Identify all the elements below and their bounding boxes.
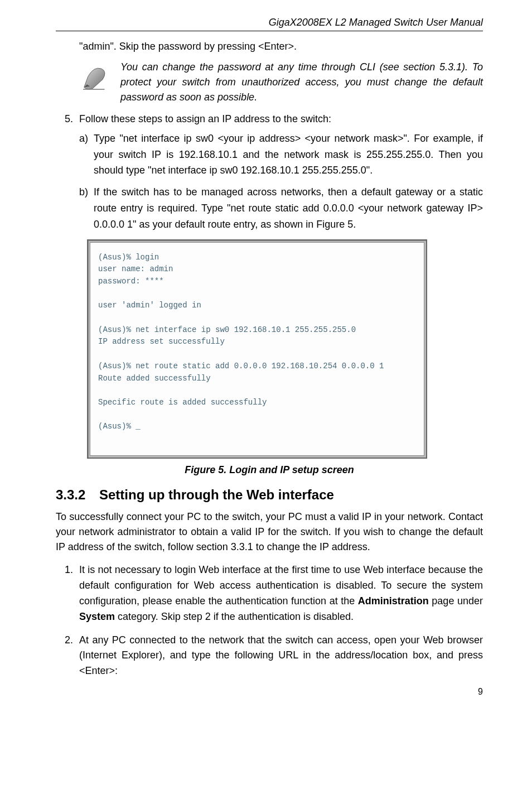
system-label: System bbox=[79, 611, 115, 622]
step-5b: If the switch has to be managed across n… bbox=[79, 184, 483, 232]
section-heading: 3.3.2Setting up through the Web interfac… bbox=[56, 487, 483, 503]
section-intro-paragraph: To successfully connect your PC to the s… bbox=[56, 509, 483, 555]
terminal-frame: (Asus)% login user name: admin password:… bbox=[87, 239, 427, 459]
page-number: 9 bbox=[56, 687, 483, 697]
web-step-1: It is not necessary to login Web interfa… bbox=[65, 562, 483, 625]
section-title: Setting up through the Web interface bbox=[99, 487, 334, 502]
step-5: Follow these steps to assign an IP addre… bbox=[65, 112, 483, 233]
procedure-list: Follow these steps to assign an IP addre… bbox=[65, 112, 483, 233]
step-5a: Type "net interface ip sw0 <your ip addr… bbox=[79, 131, 483, 179]
step-5-lead: Follow these steps to assign an IP addre… bbox=[79, 113, 331, 124]
document-page: GigaX2008EX L2 Managed Switch User Manua… bbox=[0, 0, 532, 799]
figure-caption: Figure 5. Login and IP setup screen bbox=[56, 464, 483, 476]
pencil-note-icon bbox=[79, 60, 110, 95]
web-step-1-mid: page under bbox=[429, 595, 483, 607]
running-title-text: GigaX2008EX L2 Managed Switch User Manua… bbox=[269, 17, 483, 28]
admin-intro-paragraph: "admin". Skip the password by pressing <… bbox=[79, 39, 483, 54]
web-step-1-post: category. Skip step 2 if the authenticat… bbox=[115, 611, 354, 622]
figure-5: (Asus)% login user name: admin password:… bbox=[87, 239, 483, 459]
section-number: 3.3.2 bbox=[56, 487, 99, 503]
running-header: GigaX2008EX L2 Managed Switch User Manua… bbox=[56, 17, 483, 31]
note-callout: You can change the password at any time … bbox=[79, 60, 483, 105]
terminal-output: (Asus)% login user name: admin password:… bbox=[90, 242, 424, 456]
administration-label: Administration bbox=[358, 595, 429, 607]
step-5-substeps: Type "net interface ip sw0 <your ip addr… bbox=[79, 131, 483, 233]
note-text: You can change the password at any time … bbox=[120, 60, 483, 105]
web-setup-steps: It is not necessary to login Web interfa… bbox=[65, 562, 483, 679]
web-step-2: At any PC connected to the network that … bbox=[65, 633, 483, 680]
